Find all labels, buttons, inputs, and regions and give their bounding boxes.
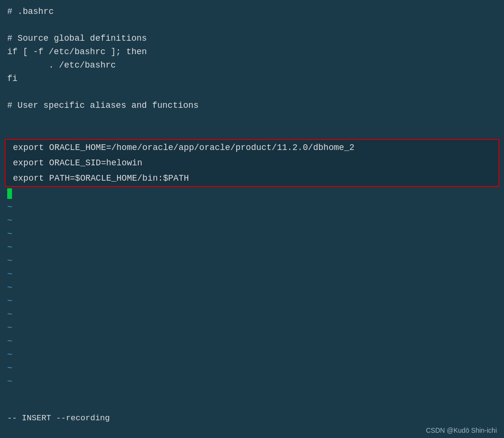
- tilde-5: ~: [0, 254, 504, 267]
- hl-line-3-text: export PATH=$ORACLE_HOME/bin:$PATH: [13, 172, 189, 185]
- tilde-7: ~: [0, 281, 504, 294]
- line-if: if [ -f /etc/bashrc ]; then: [0, 45, 504, 58]
- line-empty2: [0, 85, 504, 99]
- line-comment-source: # Source global definitions: [0, 32, 504, 45]
- line-source: . /etc/bashrc: [0, 58, 504, 72]
- tilde-1: ~: [0, 200, 504, 214]
- line-empty4: [0, 126, 504, 139]
- hl-line-3: export PATH=$ORACLE_HOME/bin:$PATH: [6, 171, 498, 186]
- tilde-8: ~: [0, 294, 504, 308]
- tilde-6: ~: [0, 267, 504, 281]
- line-empty3: [0, 112, 504, 126]
- text-cursor: [7, 188, 12, 199]
- tilde-3: ~: [0, 227, 504, 241]
- watermark: CSDN @Kudō Shin-ichi: [426, 426, 497, 434]
- hl-line-1: export ORACLE_HOME=/home/oracle/app/orac…: [6, 140, 498, 155]
- highlighted-export-block: export ORACLE_HOME=/home/oracle/app/orac…: [5, 139, 499, 187]
- tilde-10: ~: [0, 321, 504, 334]
- tilde-9: ~: [0, 308, 504, 321]
- hl-line-1-text: export ORACLE_HOME=/home/oracle/app/orac…: [13, 141, 355, 154]
- line-bashrc: # .bashrc: [0, 5, 504, 18]
- line-empty1: [0, 18, 504, 32]
- line-bashrc-text: # .bashrc: [7, 5, 54, 18]
- tilde-4: ~: [0, 241, 504, 254]
- hl-line-2: export ORACLE_SID=helowin: [6, 155, 498, 171]
- status-bar: -- INSERT --recording: [0, 413, 504, 424]
- line-fi-text: fi: [7, 72, 18, 85]
- line-if-text: if [ -f /etc/bashrc ]; then: [7, 45, 147, 58]
- line-comment-source-text: # Source global definitions: [7, 32, 147, 45]
- hl-line-2-text: export ORACLE_SID=helowin: [13, 156, 142, 170]
- status-bar-text: -- INSERT --recording: [7, 414, 110, 423]
- line-comment-user: # User specific aliases and functions: [0, 99, 504, 112]
- watermark-text: CSDN @Kudō Shin-ichi: [426, 426, 497, 434]
- editor-container: # .bashrc # Source global definitions if…: [0, 0, 504, 438]
- cursor-line: [0, 187, 504, 200]
- line-comment-user-text: # User specific aliases and functions: [7, 99, 199, 112]
- tilde-11: ~: [0, 334, 504, 348]
- tilde-14: ~: [0, 375, 504, 388]
- line-fi: fi: [0, 72, 504, 85]
- tilde-12: ~: [0, 348, 504, 361]
- tilde-13: ~: [0, 361, 504, 375]
- line-source-text: . /etc/bashrc: [7, 58, 116, 72]
- tilde-2: ~: [0, 214, 504, 227]
